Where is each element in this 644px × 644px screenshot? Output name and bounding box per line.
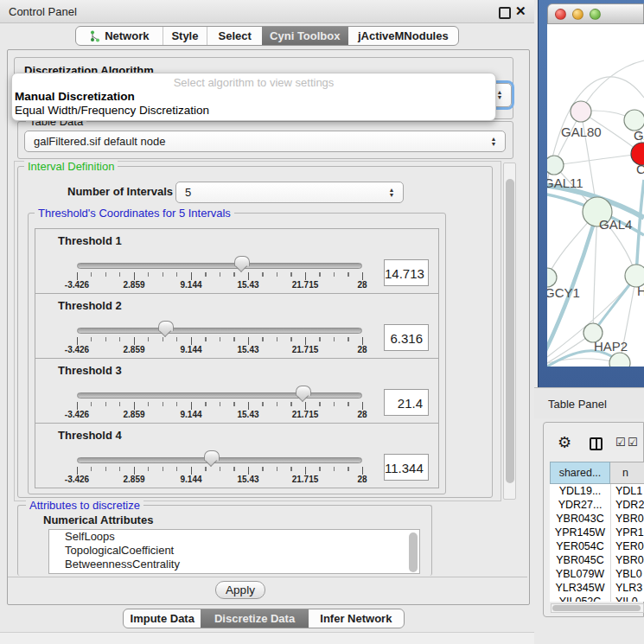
float-window-icon[interactable] [499, 7, 511, 19]
tick-label: 9.144 [167, 410, 215, 419]
node-gcy1[interactable] [547, 268, 557, 287]
table-cell[interactable]: YER054C [550, 540, 610, 552]
tab-impute-data-label: Impute Data [131, 612, 194, 625]
tick-label: 28 [338, 345, 386, 354]
tick-label: 28 [338, 475, 386, 484]
tab-select[interactable]: Select [207, 27, 262, 45]
button-row-divider [8, 577, 527, 577]
tick-label: 21.715 [281, 280, 329, 290]
threshold-2-panel: Threshold 2 -3.426 2.859 9.144 15.43 21.… [35, 293, 439, 359]
numerical-attributes-label: Numerical Attributes [43, 513, 153, 526]
tab-cyni-toolbox[interactable]: Cyni Toolbox [262, 27, 348, 45]
table-cell[interactable]: YIL052C [550, 596, 610, 602]
number-of-intervals-combobox[interactable]: 5 [175, 182, 404, 203]
threshold-2-slider-thumb[interactable] [158, 321, 174, 331]
tab-jactivemnodules-label: jActiveMNodules [358, 29, 449, 42]
column-header-name[interactable]: n [610, 462, 644, 484]
tab-network[interactable]: Network [76, 27, 163, 45]
threshold-4-slider-track[interactable] [77, 457, 362, 463]
tab-infer-network-label: Infer Network [320, 612, 392, 625]
interval-definition-group-title: Interval Definition [24, 160, 118, 173]
close-traffic-light[interactable] [555, 9, 566, 20]
vertical-scrollbar-thumb[interactable] [506, 179, 514, 483]
threshold-1-panel: Threshold 1 -3.426 2.859 9.144 15.43 21.… [35, 228, 439, 294]
column-layout-icon[interactable] [590, 437, 603, 450]
tick-label: -3.426 [53, 280, 101, 290]
checkbox-checked-icon[interactable]: ☑ [628, 436, 638, 449]
number-of-intervals-value: 5 [185, 186, 191, 199]
tab-discretize-data[interactable]: Discretize Data [201, 609, 308, 628]
network-canvas[interactable]: GAL80 GA C GAL11 GAL4 GCY1 H HAP2 [547, 24, 644, 367]
table-cell[interactable]: YDR27... [550, 499, 610, 511]
table-cell[interactable]: YLR345W [550, 582, 610, 594]
threshold-4-panel: Threshold 4 -3.426 2.859 9.144 15.43 21.… [35, 423, 439, 488]
table-cell[interactable]: YDR2 [615, 499, 644, 511]
table-cell[interactable]: YIL0 [615, 596, 638, 602]
threshold-3-value-field[interactable]: 21.4 [384, 389, 429, 416]
tab-network-label: Network [105, 29, 149, 42]
threshold-1-slider-thumb[interactable] [234, 256, 250, 266]
tab-impute-data[interactable]: Impute Data [124, 609, 201, 628]
gear-icon[interactable]: ⚙ [558, 433, 571, 452]
panel-title: Control Panel [9, 5, 77, 18]
threshold-3-slider-track[interactable] [77, 392, 362, 399]
slider-major-ticks [77, 467, 363, 475]
threshold-4-slider-thumb[interactable] [204, 450, 220, 461]
threshold-3-slider-thumb[interactable] [296, 386, 311, 396]
table-cell[interactable]: YPR145W [550, 526, 610, 539]
table-cell[interactable]: YBL079W [550, 568, 610, 580]
column-divider [610, 484, 611, 602]
threshold-3-label: Threshold 3 [58, 364, 122, 377]
list-item-topologicalcoefficient[interactable]: TopologicalCoefficient [49, 544, 419, 558]
table-cell[interactable]: YBR043C [550, 513, 610, 525]
close-icon[interactable]: ✕ [515, 3, 526, 19]
dropdown-option-equal-width-frequency[interactable]: Equal Width/Frequency Discretization [15, 104, 209, 117]
node-label: GCY1 [547, 285, 580, 300]
zoom-traffic-light[interactable] [590, 9, 601, 20]
table-cell[interactable]: YBR0 [615, 554, 644, 566]
table-cell[interactable]: YBR0 [615, 513, 644, 525]
tick-label: 15.43 [224, 280, 272, 290]
list-item-betweennesscentrality[interactable]: BetweennessCentrality [49, 558, 419, 571]
horizontal-scrollbar-thumb[interactable] [552, 605, 641, 611]
column-header-shared-name[interactable]: shared... [550, 462, 610, 484]
table-cell[interactable]: YBR045C [550, 554, 610, 566]
table-cell[interactable]: YDL19... [550, 485, 610, 497]
table-cell[interactable]: YER0 [615, 540, 644, 552]
table-cell[interactable]: YLR3 [615, 582, 642, 594]
table-data-combobox[interactable]: galFiltered.sif default node [24, 131, 506, 152]
node-gal80[interactable] [571, 101, 591, 122]
list-scrollbar-thumb[interactable] [409, 532, 418, 572]
node-gal11[interactable] [547, 156, 564, 175]
list-item-selfloops[interactable]: SelfLoops [49, 530, 419, 544]
slider-major-ticks [77, 272, 363, 280]
tab-jactivemnodules[interactable]: jActiveMNodules [348, 27, 458, 45]
tab-infer-network[interactable]: Infer Network [309, 609, 404, 628]
vertical-scrollbar[interactable] [503, 163, 516, 500]
threshold-1-slider-track[interactable] [77, 263, 362, 269]
checkbox-checked-icon[interactable]: ☑ [615, 436, 626, 449]
dropdown-option-manual-discretization[interactable]: Manual Discretization [15, 90, 135, 103]
number-of-intervals-label: Number of Intervals [67, 185, 173, 198]
tab-style[interactable]: Style [163, 27, 207, 45]
tick-label: 2.859 [110, 345, 158, 354]
threshold-2-value-field[interactable]: 6.316 [384, 324, 429, 351]
horizontal-scrollbar[interactable] [551, 603, 644, 613]
tick-label: -3.426 [53, 345, 101, 354]
threshold-1-value-field[interactable]: 14.713 [384, 259, 429, 286]
table-cell[interactable]: YDL1 [615, 485, 642, 497]
threshold-4-value-field[interactable]: 11.344 [384, 454, 429, 481]
table-panel-title: Table Panel [548, 398, 607, 411]
threshold-2-slider-track[interactable] [77, 328, 362, 334]
combo-arrows-icon [488, 137, 499, 147]
table-cell[interactable]: YPR1 [615, 526, 644, 539]
apply-button[interactable]: Apply [215, 581, 265, 599]
table-cell[interactable]: YBL0 [615, 568, 642, 580]
tab-style-label: Style [171, 29, 198, 42]
minimize-traffic-light[interactable] [572, 9, 583, 20]
tab-cyni-toolbox-label: Cyni Toolbox [270, 29, 340, 42]
tick-label: -3.426 [53, 475, 101, 484]
node-label: H [637, 284, 644, 298]
tick-label: 21.715 [281, 345, 329, 354]
node-bottom[interactable] [609, 353, 630, 367]
